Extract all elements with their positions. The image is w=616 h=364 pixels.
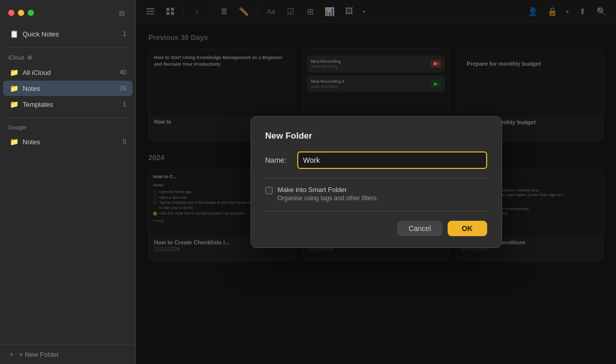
main-content: ‹ 🗑 ✏️ Aa ☑ ⊞ 📊 🖼 ▾ 👤 🔒 ▾ ⬆ 🔍 Previous 3… bbox=[136, 0, 616, 364]
sidebar: ⊟ 📋 Quick Notes 1 iCloud ⊕ 📁 All iCloud … bbox=[0, 0, 136, 364]
smart-folder-section: Make into Smart Folder Organise using ta… bbox=[265, 186, 487, 202]
modal-title: New Folder bbox=[265, 131, 487, 141]
quick-notes-icon: 📋 bbox=[9, 29, 18, 39]
sidebar-divider-2 bbox=[6, 118, 129, 118]
smart-folder-sub: Organise using tags and other filters. bbox=[278, 195, 378, 202]
quick-notes-count: 1 bbox=[123, 30, 126, 37]
new-folder-label: + New Folder bbox=[19, 351, 59, 358]
close-button[interactable] bbox=[8, 10, 14, 16]
modal-name-label: Name: bbox=[265, 156, 291, 164]
modal-name-field: Name: bbox=[265, 151, 487, 169]
modal-divider-2 bbox=[265, 211, 487, 212]
new-folder-button[interactable]: ＋ + New Folder bbox=[0, 344, 136, 364]
new-folder-plus-icon: ＋ bbox=[8, 350, 15, 359]
sidebar-item-notes[interactable]: 📁 Notes 39 bbox=[3, 81, 132, 96]
cancel-button[interactable]: Cancel bbox=[397, 221, 442, 236]
quick-notes-label: Quick Notes bbox=[23, 30, 119, 38]
maximize-button[interactable] bbox=[28, 10, 34, 16]
modal-divider bbox=[265, 178, 487, 179]
new-folder-modal: New Folder Name: Make into Smart Folder … bbox=[251, 116, 502, 248]
google-notes-count: 0 bbox=[123, 138, 126, 145]
minimize-button[interactable] bbox=[18, 10, 24, 16]
sidebar-icloud-section: 📁 All iCloud 40 📁 Notes 39 📁 Templates 1 bbox=[0, 62, 136, 114]
sidebar-item-google-notes[interactable]: 📁 Notes 0 bbox=[3, 134, 132, 149]
smart-folder-checkbox[interactable] bbox=[265, 187, 273, 194]
google-group-label: Google bbox=[0, 121, 136, 131]
sidebar-toggle-icon[interactable]: ⊟ bbox=[116, 7, 127, 18]
templates-count: 1 bbox=[123, 101, 126, 108]
notes-count: 39 bbox=[120, 85, 126, 92]
icloud-group-label: iCloud ⊕ bbox=[0, 51, 136, 62]
google-notes-icon: 📁 bbox=[9, 137, 18, 146]
notes-label: Notes bbox=[23, 85, 116, 92]
notes-icon: 📁 bbox=[9, 84, 18, 93]
sidebar-google-section: 📁 Notes 0 bbox=[0, 131, 136, 152]
icloud-add-icon[interactable]: ⊕ bbox=[27, 54, 32, 61]
google-notes-label: Notes bbox=[23, 138, 119, 146]
sidebar-divider-1 bbox=[6, 47, 129, 48]
sidebar-quick-notes-section: 📋 Quick Notes 1 bbox=[0, 24, 136, 44]
templates-icon: 📁 bbox=[9, 100, 18, 109]
all-icloud-label: All iCloud bbox=[23, 69, 116, 76]
sidebar-item-templates[interactable]: 📁 Templates 1 bbox=[3, 97, 132, 112]
traffic-lights: ⊟ bbox=[0, 0, 136, 24]
ok-button[interactable]: OK bbox=[448, 221, 487, 236]
sidebar-item-all-icloud[interactable]: 📁 All iCloud 40 bbox=[3, 65, 132, 80]
sidebar-item-quick-notes[interactable]: 📋 Quick Notes 1 bbox=[3, 26, 132, 42]
modal-overlay[interactable]: New Folder Name: Make into Smart Folder … bbox=[136, 0, 616, 364]
templates-label: Templates bbox=[23, 101, 119, 108]
modal-buttons: Cancel OK bbox=[265, 221, 487, 236]
smart-folder-label: Make into Smart Folder bbox=[278, 186, 378, 194]
folder-name-input[interactable] bbox=[297, 151, 487, 169]
all-icloud-count: 40 bbox=[120, 69, 126, 76]
all-icloud-icon: 📁 bbox=[9, 68, 18, 77]
